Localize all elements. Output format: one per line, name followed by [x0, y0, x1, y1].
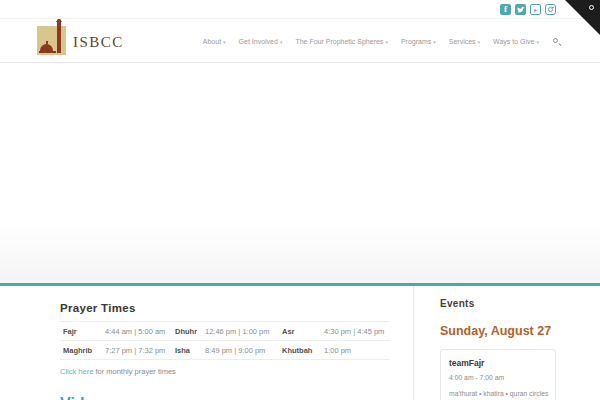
nav-label: Programs: [401, 38, 431, 45]
events-date-heading: Sunday, August 27: [440, 324, 556, 338]
nav-item-about[interactable]: About ▾: [203, 38, 226, 45]
nav-label: Ways to Give: [493, 38, 534, 45]
prayer-times-table: Fajr 4:44 am | 5:00 am Dhuhr 12:46 pm | …: [60, 321, 390, 360]
twitter-bird-glyph: [517, 6, 525, 14]
logo-text: ISBCC: [73, 29, 124, 55]
nav-item-four-prophetic-spheres[interactable]: The Four Prophetic Spheres ▾: [295, 38, 387, 45]
prayer-time-fajr: 4:44 am | 5:00 am: [105, 327, 175, 336]
chevron-down-icon: ▾: [280, 39, 283, 45]
event-time: 4:00 am - 7:00 am: [449, 374, 549, 381]
column-divider: [413, 286, 414, 400]
monthly-prayer-times-line: Click here for monthly prayer times: [60, 367, 390, 376]
nav-item-programs[interactable]: Programs ▾: [401, 38, 436, 45]
instagram-dot-glyph: [552, 7, 554, 9]
mosque-logo-icon: [37, 26, 66, 55]
youtube-play-glyph: ▸: [534, 7, 537, 13]
gear-icon: [589, 5, 594, 10]
chevron-down-icon: ▾: [478, 39, 481, 45]
events-sidebar: Events Sunday, August 27 teamFajr 4:00 a…: [440, 286, 556, 400]
video-section-title: Video: [60, 395, 390, 400]
chevron-down-icon: ▾: [385, 39, 388, 45]
nav-label: Services: [449, 38, 476, 45]
event-card-teamfajr[interactable]: teamFajr 4:00 am - 7:00 am ma'thurat • k…: [440, 349, 556, 400]
prayer-label-asr: Asr: [282, 327, 324, 336]
logo-dome-finial: [46, 41, 48, 44]
search-lens: [553, 38, 558, 43]
prayer-time-khutbah: 1:00 pm: [324, 346, 390, 355]
hero-slider-empty: [0, 64, 600, 283]
site-header: ISBCC About ▾ Get Involved ▾ The Four Pr…: [0, 20, 600, 63]
prayer-time-dhuhr: 12:46 pm | 1:00 pm: [205, 327, 282, 336]
prayer-label-isha: Isha: [175, 346, 205, 355]
search-icon[interactable]: [552, 37, 562, 47]
chevron-down-icon: ▾: [433, 39, 436, 45]
instagram-icon[interactable]: [545, 4, 556, 15]
prayer-label-fajr: Fajr: [63, 327, 105, 336]
prayer-times-title: Prayer Times: [60, 302, 390, 314]
top-bar: f ▸: [0, 0, 600, 19]
nav-label: The Four Prophetic Spheres: [295, 38, 383, 45]
prayer-label-dhuhr: Dhuhr: [175, 327, 205, 336]
logo-minaret: [57, 22, 61, 53]
prayer-time-maghrib: 7:27 pm | 7:32 pm: [105, 346, 175, 355]
main-nav: About ▾ Get Involved ▾ The Four Propheti…: [203, 20, 562, 63]
nav-item-services[interactable]: Services ▾: [449, 38, 480, 45]
nav-item-get-involved[interactable]: Get Involved ▾: [239, 38, 283, 45]
monthly-prayer-times-link[interactable]: Click here: [60, 367, 93, 376]
event-description: ma'thurat • khatira • quran circles • br…: [449, 388, 549, 400]
prayer-time-asr: 4:30 pm | 4:45 pm: [324, 327, 390, 336]
youtube-icon[interactable]: ▸: [530, 4, 541, 15]
facebook-icon[interactable]: f: [500, 4, 511, 15]
main-content: Prayer Times Fajr 4:44 am | 5:00 am Dhuh…: [0, 286, 600, 400]
logo-base: [39, 51, 56, 54]
event-name: teamFajr: [449, 358, 549, 368]
social-links: f ▸: [500, 4, 556, 15]
nav-label: Get Involved: [239, 38, 278, 45]
events-title: Events: [440, 298, 556, 309]
site-logo[interactable]: ISBCC: [37, 26, 124, 55]
prayer-time-isha: 8:49 pm | 9:00 pm: [205, 346, 282, 355]
chevron-down-icon: ▾: [536, 39, 539, 45]
chevron-down-icon: ▾: [223, 39, 226, 45]
nav-label: About: [203, 38, 221, 45]
table-row: Fajr 4:44 am | 5:00 am Dhuhr 12:46 pm | …: [60, 321, 390, 340]
search-handle: [558, 43, 561, 46]
table-row: Maghrib 7:27 pm | 7:32 pm Isha 8:49 pm |…: [60, 340, 390, 360]
facebook-glyph: f: [504, 5, 507, 14]
prayer-label-maghrib: Maghrib: [63, 346, 105, 355]
monthly-prayer-times-suffix: for monthly prayer times: [93, 367, 176, 376]
twitter-icon[interactable]: [515, 4, 526, 15]
prayer-label-khutbah: Khutbah: [282, 346, 324, 355]
corner-settings-ribbon[interactable]: [565, 0, 600, 35]
left-column: Prayer Times Fajr 4:44 am | 5:00 am Dhuh…: [60, 286, 390, 400]
nav-item-ways-to-give[interactable]: Ways to Give ▾: [493, 38, 539, 45]
